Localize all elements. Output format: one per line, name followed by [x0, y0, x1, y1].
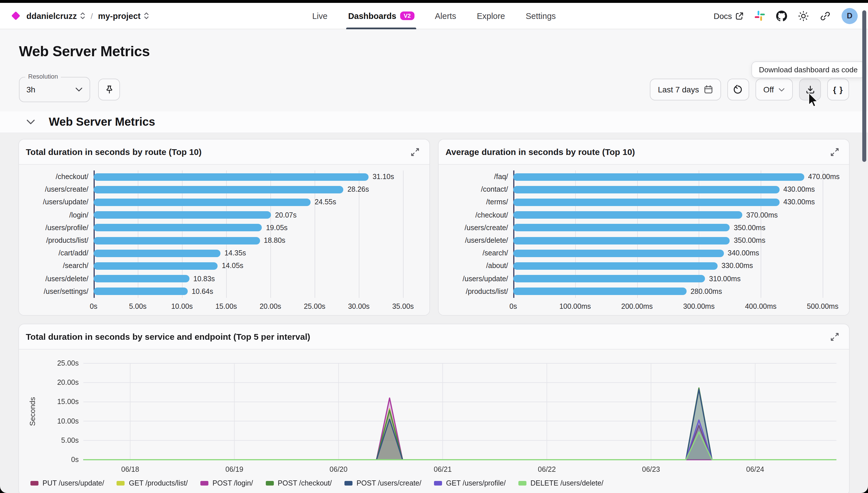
plot-area: 31.10s 28.26s 24.55s 20.07s 19.05s 18.80… — [93, 170, 423, 298]
bar-category-label: /users/create/ — [445, 222, 513, 234]
tab-live[interactable]: Live — [312, 3, 327, 29]
bar-category-label: /login/ — [26, 209, 93, 221]
bar-row: 310.00ms — [513, 273, 842, 284]
external-link-icon — [735, 12, 743, 20]
panel-title: Total duration in seconds by route (Top … — [26, 147, 202, 157]
x-axis: 0s5.00s10.00s15.00s20.00s25.00s30.00s35.… — [93, 298, 423, 313]
bar — [93, 198, 311, 206]
page-scrollbar[interactable] — [862, 10, 866, 162]
expand-panel-button[interactable] — [827, 144, 842, 159]
docs-link[interactable]: Docs — [714, 11, 743, 20]
user-avatar[interactable]: D — [842, 8, 858, 24]
legend-item[interactable]: PUT /users/update/ — [30, 479, 104, 487]
legend-item[interactable]: GET /users/profile/ — [434, 479, 506, 487]
tab-dashboards[interactable]: Dashboards V2 — [348, 3, 414, 29]
refresh-button[interactable] — [727, 79, 749, 101]
expand-panel-button[interactable] — [408, 144, 423, 159]
bar-category-label: /search/ — [445, 248, 513, 259]
tab-alerts[interactable]: Alerts — [435, 3, 456, 29]
bar-row: 430.00ms — [513, 197, 842, 208]
dashboard-section-header[interactable]: Web Server Metrics — [0, 111, 868, 133]
bar-value-label: 470.00ms — [808, 173, 840, 181]
svg-text:10.00s: 10.00s — [57, 417, 79, 425]
legend-item[interactable]: POST /users/create/ — [344, 479, 421, 487]
dashboard-code-button[interactable]: { } — [827, 79, 849, 101]
bar-category-label: /cart/add/ — [26, 248, 93, 259]
bar-row: 14.05s — [93, 260, 423, 272]
auto-refresh-select[interactable]: Off — [755, 79, 793, 101]
github-icon[interactable] — [776, 10, 787, 21]
bar — [513, 211, 742, 219]
mouse-cursor — [808, 92, 819, 108]
org-selector[interactable]: ddanielcruzz — [26, 11, 86, 20]
bar-row: 28.26s — [93, 184, 423, 195]
bar-value-label: 340.00ms — [728, 249, 759, 257]
legend-item[interactable]: POST /login/ — [200, 479, 253, 487]
bar — [513, 198, 779, 206]
bar-row: 18.80s — [93, 235, 423, 246]
app-window: ddanielcruzz / my-project Live Dashboard… — [0, 0, 868, 493]
bar-value-label: 430.00ms — [783, 198, 815, 206]
x-tick-label: 300.00ms — [683, 302, 715, 310]
x-tick-label: 15.00s — [215, 302, 237, 310]
svg-text:20.00s: 20.00s — [57, 378, 79, 386]
slack-icon[interactable] — [754, 10, 765, 21]
svg-text:06/19: 06/19 — [225, 465, 244, 473]
bar-value-label: 280.00ms — [691, 287, 722, 296]
resolution-select[interactable]: Resolution 3h — [19, 77, 90, 102]
bar — [93, 224, 262, 232]
bar — [93, 275, 189, 282]
tab-explore[interactable]: Explore — [477, 3, 505, 29]
legend-swatch — [200, 481, 208, 486]
desktop-background-strip — [0, 0, 868, 3]
area-chart-plot: 06/1806/1906/2006/2106/2206/2306/240s5.0… — [26, 355, 842, 477]
panel-total-duration-by-route: Total duration in seconds by route (Top … — [18, 139, 430, 316]
bar-value-label: 19.05s — [266, 224, 288, 232]
bar-category-label: /terms/ — [445, 197, 513, 208]
tab-settings[interactable]: Settings — [526, 3, 556, 29]
breadcrumb-separator: / — [91, 11, 93, 20]
chevron-down-icon — [26, 120, 35, 125]
bar-row: 14.35s — [93, 248, 423, 259]
bar — [93, 211, 271, 219]
theme-sun-icon[interactable] — [798, 10, 809, 21]
bar-value-label: 28.26s — [347, 186, 369, 194]
bar-row: 24.55s — [93, 197, 423, 208]
legend-item[interactable]: DELETE /users/delete/ — [518, 479, 604, 487]
legend-item[interactable]: GET /products/list/ — [117, 479, 188, 487]
x-tick-label: 20.00s — [259, 302, 281, 310]
header-actions: Docs D — [714, 8, 858, 24]
time-range-button[interactable]: Last 7 days — [650, 79, 721, 101]
panel-average-duration-by-route: Average duration in seconds by route (To… — [438, 139, 850, 316]
project-selector[interactable]: my-project — [98, 11, 149, 20]
x-tick-label: 5.00s — [129, 302, 146, 310]
calendar-icon — [703, 85, 713, 94]
dashboard-controls: Resolution 3h Last 7 days — [0, 77, 868, 102]
bar — [513, 173, 804, 180]
bar — [93, 262, 218, 270]
svg-text:06/18: 06/18 — [121, 465, 139, 473]
legend-label: PUT /users/update/ — [42, 479, 104, 487]
panel-title: Total duration in seconds by service and… — [26, 332, 310, 342]
y-axis-labels: /checkout//users/create//users/update//l… — [26, 170, 93, 298]
pin-icon — [104, 85, 114, 94]
top-navigation-bar: ddanielcruzz / my-project Live Dashboard… — [0, 3, 868, 29]
bar — [93, 237, 260, 244]
bar-category-label: /user/settings/ — [26, 286, 93, 297]
bar-category-label: /users/profile/ — [26, 222, 93, 234]
legend-swatch — [434, 481, 442, 486]
bar-value-label: 430.00ms — [783, 186, 815, 194]
project-name: my-project — [98, 11, 140, 20]
refresh-icon — [733, 85, 743, 94]
page-title: Web Server Metrics — [19, 43, 849, 60]
share-link-icon[interactable] — [820, 10, 831, 21]
bar-row: 370.00ms — [513, 209, 842, 221]
bar-row: 350.00ms — [513, 222, 842, 234]
bar-value-label: 310.00ms — [709, 275, 741, 283]
x-tick-label: 500.00ms — [807, 302, 839, 310]
legend-item[interactable]: POST /checkout/ — [266, 479, 332, 487]
expand-panel-button[interactable] — [827, 329, 842, 344]
x-tick-label: 10.00s — [171, 302, 193, 310]
pin-dashboard-button[interactable] — [98, 79, 120, 101]
legend-label: GET /products/list/ — [129, 479, 188, 487]
